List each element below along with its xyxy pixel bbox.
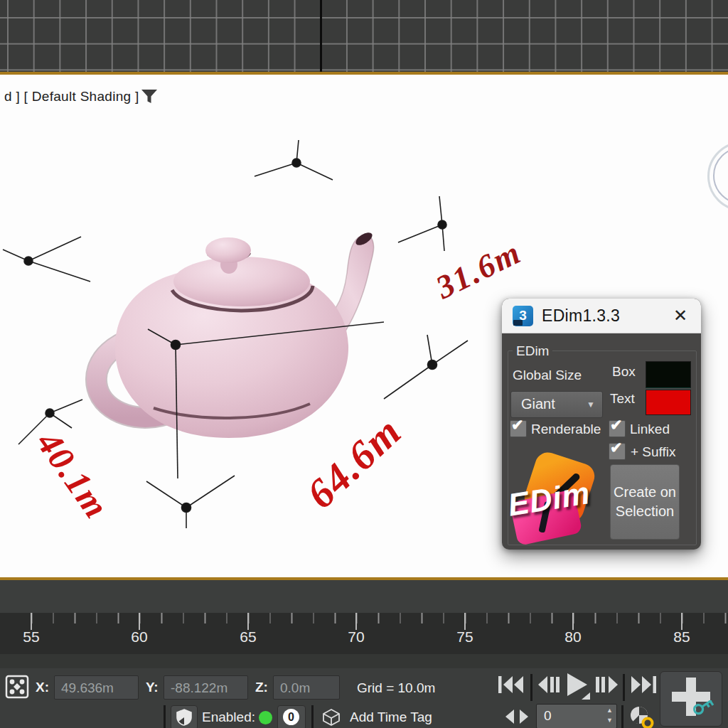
3dsmax-window: d ] [ Default Shading ] — [0, 0, 728, 728]
check-icon: ✔ — [610, 439, 623, 456]
edim-dialog: 3 EDim1.3.3 ✕ EDim Global Size Box Text … — [502, 299, 701, 550]
close-icon[interactable]: ✕ — [668, 304, 692, 327]
linked-checkbox[interactable]: ✔ — [609, 420, 626, 437]
suffix-checkbox[interactable]: ✔ — [609, 443, 626, 460]
chevron-down-icon: ▼ — [587, 400, 595, 410]
y-coordinate-label: Y: — [146, 680, 159, 695]
next-frame-button[interactable] — [594, 675, 619, 694]
ruler-label: 55 — [16, 628, 47, 646]
ruler-major-tick — [681, 613, 682, 630]
time-ruler[interactable]: 55 60 65 70 75 80 85 — [0, 613, 728, 655]
ruler-major-tick — [247, 613, 249, 630]
ruler-label: 75 — [449, 628, 481, 646]
y-coordinate-input[interactable]: -88.122m — [164, 675, 248, 700]
linked-label: Linked — [630, 422, 670, 437]
check-icon: ✔ — [610, 417, 623, 434]
time-configuration-icon[interactable] — [628, 705, 655, 728]
z-coordinate-input[interactable]: 0.0m — [273, 675, 340, 700]
x-coordinate-label: X: — [36, 680, 49, 695]
point-helper[interactable] — [3, 237, 90, 282]
ruler-label: 60 — [124, 628, 155, 646]
frame-number-spinner[interactable]: 0 ▲▼ — [536, 704, 617, 728]
separator — [311, 705, 314, 728]
dialog-title: EDim1.3.3 — [542, 306, 620, 326]
selection-lock-icon[interactable] — [4, 674, 30, 700]
separator — [623, 674, 625, 701]
edim-logo-text: EDim — [505, 472, 609, 523]
key-icon — [692, 700, 717, 724]
3dsmax-app-icon: 3 — [513, 306, 533, 326]
box-color-swatch[interactable] — [646, 361, 691, 388]
key-mode-toggle-icon[interactable] — [505, 710, 529, 724]
text-color-label: Text — [610, 391, 635, 407]
add-key-button[interactable] — [660, 671, 722, 727]
ruler-major-tick — [464, 613, 466, 630]
ruler-label: 70 — [341, 628, 372, 646]
ruler-label: 80 — [557, 628, 589, 646]
cube-icon — [321, 708, 341, 727]
go-to-end-button[interactable] — [630, 675, 657, 694]
track-bar[interactable] — [0, 580, 728, 614]
global-size-label: Global Size — [513, 368, 582, 383]
dropdown-value: Giant — [521, 396, 555, 412]
top-grid-viewport[interactable] — [0, 0, 728, 72]
separator — [530, 674, 532, 701]
text-color-swatch[interactable] — [646, 390, 691, 415]
edim-logo: EDim — [506, 453, 607, 545]
shield-icon — [176, 709, 193, 726]
x-coordinate-input[interactable]: 49.636m — [54, 675, 139, 700]
ruler-label: 65 — [232, 628, 264, 646]
check-icon: ✔ — [511, 417, 524, 434]
renderable-label: Renderable — [531, 422, 601, 437]
grid-size-label: Grid = 10.0m — [357, 680, 435, 696]
alert-count-button[interactable]: 0 — [277, 705, 306, 728]
separator — [621, 705, 623, 728]
ruler-minor-ticks — [0, 613, 728, 623]
ruler-major-tick — [139, 613, 140, 630]
alert-count-badge: 0 — [283, 709, 299, 725]
global-size-dropdown[interactable]: Giant ▼ — [510, 391, 603, 418]
z-coordinate-label: Z: — [255, 680, 268, 695]
scene-security-button[interactable] — [171, 705, 198, 728]
ruler-major-tick — [31, 613, 32, 630]
point-helper[interactable] — [255, 140, 333, 180]
perspective-viewport[interactable]: d ] [ Default Shading ] — [0, 75, 728, 577]
create-on-selection-button[interactable]: Create on Selection — [610, 464, 680, 540]
renderable-checkbox[interactable]: ✔ — [510, 420, 527, 437]
grid-axis-line — [320, 0, 322, 72]
frame-number-value: 0 — [544, 708, 552, 724]
separator — [164, 705, 166, 728]
ruler-label: 85 — [666, 628, 697, 646]
ruler-lower-strip — [0, 654, 728, 668]
point-helper[interactable] — [146, 476, 235, 528]
status-bar: X: 49.636m Y: -88.122m Z: 0.0m Grid = 10… — [0, 668, 728, 728]
spinner-arrows-icon[interactable]: ▲▼ — [606, 705, 613, 725]
play-flyout-corner-icon — [582, 692, 590, 700]
point-helper[interactable] — [398, 196, 446, 251]
groupbox-label: EDim — [513, 343, 552, 359]
suffix-label: + Suffix — [631, 444, 676, 460]
add-time-tag-button[interactable]: Add Time Tag — [350, 710, 432, 725]
ruler-major-tick — [355, 613, 357, 630]
ruler-major-tick — [572, 613, 574, 630]
box-color-label: Box — [612, 364, 636, 380]
enabled-status-dot — [259, 711, 272, 724]
point-helper[interactable] — [384, 335, 468, 399]
enabled-label: Enabled: — [202, 710, 255, 725]
go-to-start-button[interactable] — [498, 675, 525, 694]
previous-frame-button[interactable] — [537, 675, 562, 694]
